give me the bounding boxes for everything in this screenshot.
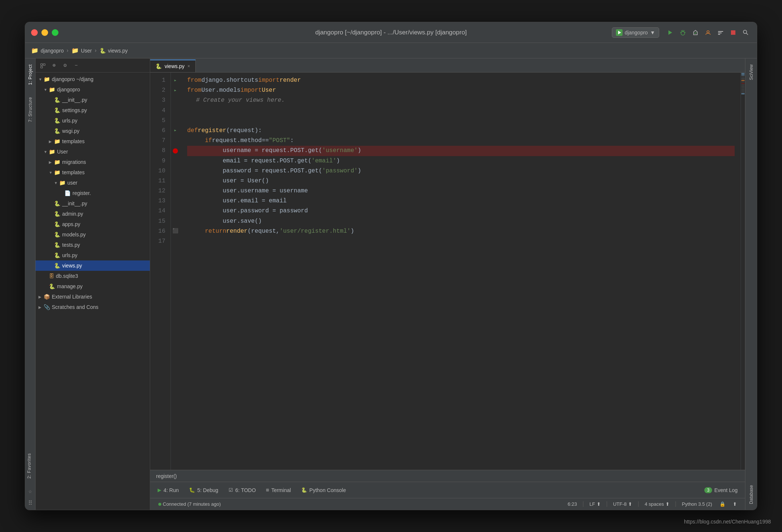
- sidebar-structure-tab[interactable]: 7: Structure: [26, 91, 34, 128]
- code-content[interactable]: from django.shortcuts import render from…: [181, 73, 741, 470]
- minimap-line: [741, 77, 745, 80]
- database-tab[interactable]: Database: [747, 479, 755, 510]
- code-line-17: [187, 236, 735, 246]
- tree-templates-2[interactable]: ▼ 📁 templates: [36, 167, 150, 178]
- breadcrumb-user[interactable]: 📁 User: [71, 47, 92, 54]
- python-version[interactable]: Python 3.5 (2): [679, 501, 715, 508]
- minimap: [741, 73, 745, 470]
- minus-icon[interactable]: −: [72, 61, 81, 70]
- line-ending-label: LF: [589, 501, 595, 507]
- debug-icon[interactable]: [678, 27, 688, 38]
- tree-models-py[interactable]: 🐍 models.py: [36, 229, 150, 240]
- tree-wsgi-py[interactable]: 🐍 wsgi.py: [36, 126, 150, 136]
- todo-tab[interactable]: ☑ 6: TODO: [224, 484, 260, 497]
- minimap-line: [741, 76, 745, 77]
- settings-icon[interactable]: ⚙: [61, 61, 70, 70]
- tree-manage-label: manage.py: [57, 283, 82, 289]
- run-icon[interactable]: [665, 27, 675, 38]
- tab-label: views.py: [165, 63, 185, 69]
- breadcrumb-views[interactable]: 🐍 views.py: [100, 48, 128, 54]
- indent-indicator[interactable]: 4 spaces ⬆: [642, 501, 673, 508]
- encoding-indicator[interactable]: UTF-8 ⬆: [610, 501, 635, 508]
- collapse-all-icon[interactable]: [38, 61, 47, 70]
- breadcrumb-djangopro[interactable]: 📁 djangopro: [31, 47, 64, 54]
- tree-db-sqlite[interactable]: 🗄 db.sqlite3: [36, 271, 150, 281]
- svg-marker-0: [618, 31, 621, 34]
- tab-views-py[interactable]: 🐍 views.py ×: [150, 60, 196, 72]
- tree-urls-1-label: urls.py: [62, 118, 77, 124]
- close-button[interactable]: [31, 29, 38, 36]
- tree-djangopro-folder[interactable]: ▼ 📁 djangopro: [36, 84, 150, 95]
- tree-init-py-2[interactable]: 🐍 __init__.py: [36, 198, 150, 209]
- line-ending-indicator[interactable]: LF ⬆: [586, 501, 603, 508]
- line-num-16: 16: [150, 226, 165, 236]
- tree-init-py-1[interactable]: 🐍 __init__.py: [36, 95, 150, 105]
- maximize-button[interactable]: [52, 29, 58, 36]
- line-num-17: 17: [150, 236, 165, 246]
- sidebar-project-tab[interactable]: 1: Project: [26, 58, 34, 91]
- tab-close-button[interactable]: ×: [188, 64, 190, 69]
- code-line-15: user.save(): [187, 216, 735, 226]
- connection-status[interactable]: Connected (7 minutes ago): [155, 501, 224, 507]
- tree-wsgi-label: wsgi.py: [62, 128, 80, 134]
- search-icon[interactable]: [741, 27, 751, 38]
- tree-scratches[interactable]: ▶ 📎 Scratches and Cons: [36, 302, 150, 312]
- code-line-2: from User.models import User: [187, 85, 735, 95]
- python-console-tab[interactable]: 🐍 Python Console: [297, 484, 350, 497]
- event-log-label: Event Log: [714, 487, 738, 493]
- code-line-6: def register (request):: [187, 126, 735, 136]
- token: "POST": [269, 136, 290, 146]
- debug-tab[interactable]: 🐛 5: Debug: [185, 484, 223, 497]
- tree-templates-1[interactable]: ▶ 📁 templates: [36, 136, 150, 147]
- svg-line-4: [681, 30, 682, 31]
- token: ): [358, 166, 361, 176]
- terminal-tab[interactable]: ⊞ Terminal: [262, 484, 296, 497]
- event-log-tab[interactable]: 3 Event Log: [700, 487, 742, 493]
- tree-root[interactable]: ▼ 📁 djangopro ~/djang: [36, 74, 150, 84]
- position-indicator[interactable]: 6:23: [565, 501, 580, 508]
- breadcrumb-user-label: User: [81, 48, 92, 54]
- run-config-dropdown[interactable]: djangopro ▼: [612, 27, 659, 38]
- token: User: [262, 85, 276, 95]
- token: ): [358, 146, 361, 156]
- stop-icon[interactable]: [728, 27, 738, 38]
- py-file-icon: 🐍: [100, 48, 106, 54]
- token: render: [280, 75, 301, 85]
- minimize-button[interactable]: [41, 29, 48, 36]
- token: user.save(): [223, 216, 262, 226]
- sciview-tab[interactable]: SciView: [747, 58, 755, 86]
- tree-admin-py[interactable]: 🐍 admin.py: [36, 209, 150, 219]
- tree-views-py[interactable]: 🐍 views.py: [36, 260, 150, 271]
- tree-settings-py[interactable]: 🐍 settings.py: [36, 105, 150, 115]
- tree-user-sub[interactable]: ▼ 📁 user: [36, 178, 150, 188]
- tree-manage-py[interactable]: 🐍 manage.py: [36, 281, 150, 292]
- token: email = request.POST.get(: [223, 156, 311, 166]
- sidebar-favorites-tab[interactable]: 2: Favorites: [25, 447, 33, 485]
- profile-icon[interactable]: [703, 27, 713, 38]
- run-tab[interactable]: ▶ 4: Run: [153, 484, 183, 497]
- line-num-6: 6: [150, 126, 165, 136]
- line-num-15: 15: [150, 216, 165, 226]
- minimap-line: [741, 81, 745, 83]
- token: user.username = username: [223, 186, 308, 196]
- code-line-11: user = User(): [187, 176, 735, 186]
- plus-icon[interactable]: ⊕: [50, 61, 58, 70]
- tree-migrations[interactable]: ▶ 📁 migrations: [36, 157, 150, 167]
- gutter: ▸ ▸ ▸: [171, 73, 181, 470]
- coverage-icon[interactable]: [690, 27, 701, 38]
- tree-user-folder[interactable]: ▼ 📁 User: [36, 147, 150, 157]
- token: django.shortcuts: [201, 75, 258, 85]
- indent-label: 4 spaces: [645, 501, 664, 507]
- tree-urls-py-2[interactable]: 🐍 urls.py: [36, 250, 150, 260]
- tree-tests-py[interactable]: 🐍 tests.py: [36, 240, 150, 250]
- token: from: [187, 85, 201, 95]
- star-icon[interactable]: ☆: [25, 486, 36, 496]
- tree-register-html[interactable]: 📄 register.: [36, 188, 150, 198]
- tree-apps-py[interactable]: 🐍 apps.py: [36, 219, 150, 229]
- code-line-16: return render (request, 'user/register.h…: [187, 226, 735, 236]
- build-icon[interactable]: [715, 27, 726, 38]
- code-editor[interactable]: 1 2 3 4 5 6 7 8 9 10 11 12 13 14 15 16 1: [150, 73, 745, 470]
- dots-icon[interactable]: ⠿: [25, 498, 36, 508]
- tree-external-libs[interactable]: ▶ 📦 External Libraries: [36, 292, 150, 302]
- tree-urls-py-1[interactable]: 🐍 urls.py: [36, 115, 150, 126]
